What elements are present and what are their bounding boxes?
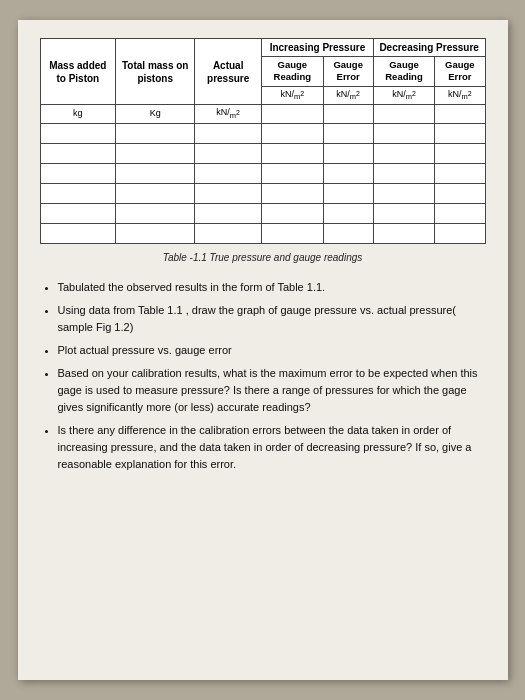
col-gauge-error-dec: Gauge Error — [435, 57, 485, 87]
table-row — [40, 163, 485, 183]
unit-Kg: Kg — [116, 105, 195, 124]
col-mass-added: Mass added to Piston — [40, 39, 116, 105]
table-row — [40, 183, 485, 203]
list-item: Plot actual pressure vs. gauge error — [58, 342, 486, 359]
unit-ge-dec2 — [435, 105, 485, 124]
unit-gauge-error-inc: kN/m2 — [323, 86, 373, 105]
col-actual-pressure: Actual pressure — [195, 39, 262, 105]
unit-actual: kN/m2 — [195, 105, 262, 124]
table-row — [40, 203, 485, 223]
table-row — [40, 123, 485, 143]
unit-gauge-reading-dec: kN/m2 — [373, 86, 434, 105]
table-caption: Table -1.1 True pressure and gauge readi… — [40, 252, 486, 263]
unit-gr-inc2 — [262, 105, 323, 124]
list-item: Tabulated the observed results in the fo… — [58, 279, 486, 296]
unit-ge-inc2 — [323, 105, 373, 124]
col-total-mass: Total mass on pistons — [116, 39, 195, 105]
page-card: Mass added to Piston Total mass on pisto… — [18, 20, 508, 680]
unit-kg: kg — [40, 105, 116, 124]
unit-gr-dec2 — [373, 105, 434, 124]
list-item: Based on your calibration results, what … — [58, 365, 486, 416]
unit-row-main: kg Kg kN/m2 — [40, 105, 485, 124]
col-gauge-error-inc: Gauge Error — [323, 57, 373, 87]
table-row — [40, 223, 485, 243]
list-item: Using data from Table 1.1 , draw the gra… — [58, 302, 486, 336]
col-gauge-reading-inc: Gauge Reading — [262, 57, 323, 87]
unit-gauge-reading-inc: kN/m2 — [262, 86, 323, 105]
data-table: Mass added to Piston Total mass on pisto… — [40, 38, 486, 244]
decreasing-pressure-header: Decreasing Pressure — [373, 39, 485, 57]
list-item: Is there any difference in the calibrati… — [58, 422, 486, 473]
table-row — [40, 143, 485, 163]
col-gauge-reading-dec: Gauge Reading — [373, 57, 434, 87]
unit-gauge-error-dec: kN/m2 — [435, 86, 485, 105]
increasing-pressure-header: Increasing Pressure — [262, 39, 374, 57]
bullet-list: Tabulated the observed results in the fo… — [40, 279, 486, 473]
